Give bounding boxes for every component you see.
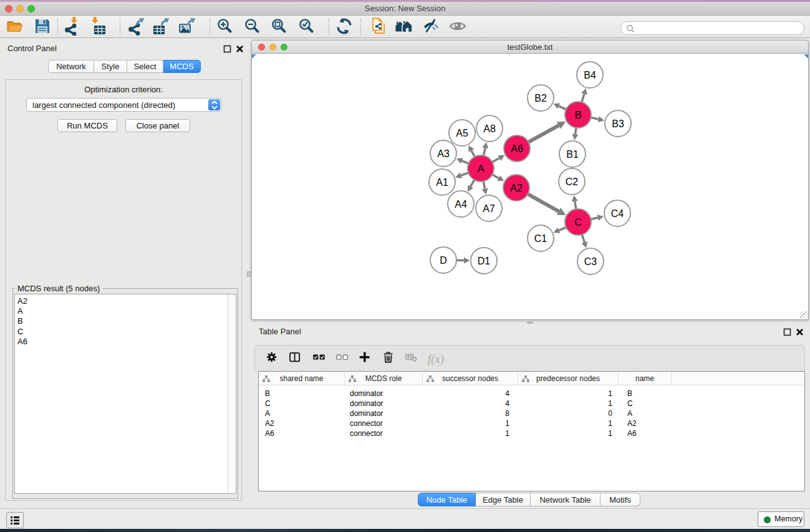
graph-node-A6[interactable]: A6	[504, 135, 530, 162]
column-header-shared-name[interactable]: shared name	[259, 372, 345, 385]
optimization-criterion-select[interactable]: largest connected component (directed)	[26, 98, 221, 112]
graph-node-B[interactable]: B	[565, 102, 591, 128]
memory-button[interactable]: Memory	[758, 511, 804, 527]
graph-node-A7[interactable]: A7	[476, 195, 502, 221]
open-network-file-button[interactable]	[369, 17, 389, 37]
graph-node-A1[interactable]: A1	[429, 169, 455, 195]
table-row[interactable]: A6connector11A6	[259, 428, 804, 438]
result-item[interactable]: A	[15, 306, 236, 316]
refresh-button[interactable]	[335, 17, 355, 37]
task-history-button[interactable]	[6, 512, 24, 528]
network-scroll-thumb[interactable]	[247, 271, 251, 277]
zoom-selected-button[interactable]	[297, 17, 317, 37]
close-panel-button[interactable]: Close panel	[125, 119, 190, 132]
import-table-button[interactable]	[89, 17, 109, 37]
graph-node-C2[interactable]: C2	[559, 168, 585, 195]
result-item[interactable]: A2	[15, 296, 236, 306]
graph-node-B2[interactable]: B2	[528, 85, 554, 111]
resize-grip[interactable]	[800, 311, 808, 319]
splitter-handle[interactable]	[527, 321, 533, 324]
graph-node-C3[interactable]: C3	[577, 248, 604, 274]
import-network-button[interactable]	[62, 17, 82, 37]
graph-node-A5[interactable]: A5	[449, 120, 475, 146]
control-panel-window-buttons[interactable]	[223, 45, 246, 54]
delete-column-button[interactable]	[380, 350, 399, 369]
graph-node-A8[interactable]: A8	[476, 115, 503, 142]
toggle-panel-button[interactable]	[287, 350, 306, 369]
tab-node-table[interactable]: Node Table	[418, 493, 476, 506]
run-mcds-button[interactable]: Run MCDS	[57, 119, 117, 132]
show-networks-button[interactable]	[394, 17, 414, 37]
table-panel-window-buttons[interactable]	[783, 328, 806, 337]
column-header-name[interactable]: name	[619, 372, 672, 385]
hide-selected-button[interactable]	[421, 17, 441, 37]
table-row[interactable]: A2connector11A2	[259, 418, 804, 428]
function-builder-button[interactable]: f(x)	[427, 350, 445, 369]
table-row[interactable]: Adominator80A	[259, 409, 804, 418]
column-header-successor-nodes[interactable]: successor nodes	[423, 372, 518, 385]
show-hide-button[interactable]	[448, 17, 468, 37]
export-table-button[interactable]	[152, 17, 171, 37]
result-item[interactable]: B	[15, 316, 236, 326]
result-item[interactable]: A6	[15, 337, 236, 347]
tab-motifs[interactable]: Motifs	[600, 493, 640, 506]
table-row[interactable]: Bdominator41B	[259, 389, 804, 399]
mcds-result-list[interactable]: A2ABCA6	[14, 294, 236, 494]
tab-network-table[interactable]: Network Table	[531, 493, 600, 506]
graph-node-B1[interactable]: B1	[559, 141, 586, 167]
zoom-fit-button[interactable]	[269, 17, 289, 37]
table-cell: C	[619, 399, 672, 409]
graph-node-C4[interactable]: C4	[604, 200, 630, 226]
result-scrollbar[interactable]	[228, 294, 236, 493]
titlebar[interactable]: Session: New Session	[0, 2, 810, 16]
column-header-MCDS-role[interactable]: MCDS role	[345, 372, 423, 385]
zoom-out-button[interactable]	[243, 17, 263, 37]
graph-node-B3[interactable]: B3	[605, 110, 631, 137]
node-table[interactable]: shared nameMCDS rolesuccessor nodesprede…	[258, 371, 805, 491]
graph-node-D1[interactable]: D1	[471, 248, 497, 274]
table-row[interactable]: Cdominator41C	[259, 399, 804, 409]
tab-edge-table[interactable]: Edge Table	[476, 493, 531, 506]
refresh-icon	[335, 17, 354, 37]
tab-mcds[interactable]: MCDS	[163, 60, 201, 73]
export-image-button[interactable]	[178, 17, 198, 37]
graph-node-B4[interactable]: B4	[577, 62, 603, 88]
graph-node-A2[interactable]: A2	[503, 175, 529, 201]
tab-select[interactable]: Select	[127, 60, 163, 73]
network-window-titlebar[interactable]: testGlobe.txt	[251, 40, 809, 54]
resize-corner-tr	[804, 54, 808, 59]
graph-node-A4[interactable]: A4	[448, 191, 474, 217]
svg-text:A6: A6	[511, 143, 523, 154]
deselect-all-button[interactable]	[334, 350, 352, 369]
save-session-button[interactable]	[32, 17, 52, 37]
graph-node-C1[interactable]: C1	[528, 225, 554, 251]
table-settings-button[interactable]	[264, 350, 282, 369]
network-canvas[interactable]: B4B2BB3A5A8A6A3B1AC2A1A2A4A7C4CC1C3DD1	[251, 54, 809, 320]
graph-node-D[interactable]: D	[430, 247, 456, 273]
graph-node-C[interactable]: C	[565, 209, 591, 235]
zoom-in-button[interactable]	[215, 17, 235, 37]
tab-network[interactable]: Network	[48, 60, 94, 73]
application-window: Session: New Session	[0, 0, 810, 532]
svg-text:A2: A2	[510, 183, 523, 193]
houses-icon	[395, 17, 413, 37]
export-network-button[interactable]	[127, 17, 147, 37]
graph-node-A3[interactable]: A3	[430, 140, 456, 167]
graph-node-A[interactable]: A	[468, 155, 494, 181]
network-view-window: testGlobe.txt B4B2BB3A5A8A6A3B1AC2A1A2A4…	[251, 40, 809, 320]
search-input[interactable]	[620, 21, 804, 35]
edge-A2-C[interactable]	[527, 193, 559, 211]
select-all-button[interactable]	[311, 350, 329, 369]
tab-style[interactable]: Style	[94, 60, 127, 73]
result-item[interactable]: C	[15, 327, 236, 337]
search-icon	[624, 22, 637, 35]
open-file-button[interactable]	[5, 17, 25, 37]
column-header-predecessor-nodes[interactable]: predecessor nodes	[518, 372, 619, 385]
gear-icon	[266, 351, 281, 368]
edge-A6-B[interactable]	[528, 125, 559, 143]
svg-text:B2: B2	[534, 93, 547, 104]
table-panel-tabs: Node TableEdge TableNetwork TableMotifs	[418, 493, 640, 506]
edge-arrowhead	[464, 258, 470, 264]
add-column-button[interactable]	[357, 350, 375, 369]
delete-table-button[interactable]	[403, 350, 422, 369]
